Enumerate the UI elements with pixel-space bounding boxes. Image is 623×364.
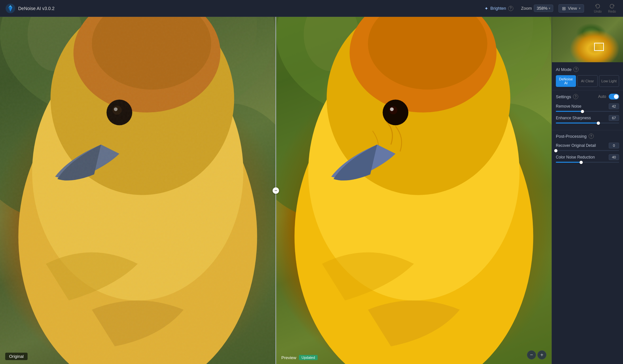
thumbnail-image [552, 17, 623, 62]
color-noise-value[interactable]: 40 [609, 154, 619, 160]
view-grid-icon: ⊞ [562, 6, 566, 11]
enhance-sharpness-fill [556, 123, 598, 123]
post-processing-header: Post-Processing ? [556, 134, 619, 139]
toggle-knob [614, 94, 618, 99]
svg-point-30 [390, 107, 394, 111]
color-noise-row: Color Noise Reduction 40 [556, 154, 619, 163]
star-icon: ✦ [484, 6, 488, 11]
preview-panel: Preview Updated − + [276, 17, 552, 364]
settings-label: Settings ? [556, 94, 578, 99]
preview-label-area: Preview Updated [281, 355, 318, 360]
ai-mode-help-icon[interactable]: ? [573, 67, 579, 72]
color-noise-label: Color Noise Reduction [556, 155, 595, 159]
settings-right: Auto [598, 94, 619, 100]
preview-image [276, 17, 552, 364]
ai-mode-section: AI Mode ? DeNoise AI AI Clear Low Light [552, 62, 623, 90]
header-actions: ✦ Brighten ? Zoom 358% ▾ ⊞ View ▾ Undo [482, 3, 618, 14]
brighten-button[interactable]: ✦ Brighten ? [482, 5, 516, 12]
undo-button[interactable]: Undo [592, 3, 604, 14]
tab-low-light[interactable]: Low Light [599, 75, 619, 87]
chevron-down-icon: ▾ [549, 6, 550, 10]
zoom-value-selector[interactable]: 358% ▾ [534, 5, 553, 12]
right-panel: AI Mode ? DeNoise AI AI Clear Low Light … [552, 17, 623, 364]
split-divider[interactable]: ⇔ [275, 17, 276, 364]
redo-icon [609, 3, 615, 9]
remove-noise-label: Remove Noise [556, 104, 581, 109]
undo-icon [595, 3, 601, 9]
post-processing-section: Post-Processing ? Recover Original Detai… [552, 130, 623, 169]
settings-help-icon[interactable]: ? [573, 94, 578, 99]
enhance-sharpness-slider[interactable] [556, 123, 619, 123]
undo-redo-controls: Undo Redo [592, 3, 618, 14]
image-area: Original ⇔ [0, 17, 552, 364]
post-processing-help-icon[interactable]: ? [589, 134, 594, 139]
zoom-controls-bottom: − + [527, 350, 546, 359]
recover-detail-label: Recover Original Detail [556, 143, 596, 148]
recover-detail-row: Recover Original Detail 0 [556, 143, 619, 151]
remove-noise-value[interactable]: 42 [609, 103, 619, 109]
color-noise-thumb [580, 161, 583, 164]
recover-detail-slider[interactable] [556, 150, 619, 151]
tab-ai-clear[interactable]: AI Clear [577, 75, 597, 87]
settings-header: Settings ? Auto [556, 94, 619, 100]
color-noise-fill [556, 162, 581, 163]
color-noise-slider[interactable] [556, 162, 619, 163]
enhance-sharpness-row: Enhance Sharpness 67 [556, 115, 619, 123]
ai-mode-tabs: DeNoise AI AI Clear Low Light [556, 75, 619, 87]
redo-button[interactable]: Redo [606, 3, 618, 14]
logo-area: DeNoise AI v3.0.2 [5, 3, 55, 14]
ai-mode-header: AI Mode ? [556, 67, 619, 72]
zoom-control: Zoom 358% ▾ [521, 5, 553, 12]
app-header: DeNoise AI v3.0.2 ✦ Brighten ? Zoom 358%… [0, 0, 623, 17]
enhance-sharpness-thumb [597, 122, 600, 125]
settings-section: Settings ? Auto Remove Noise 42 [552, 90, 623, 130]
settings-auto-toggle[interactable] [609, 94, 619, 100]
recover-detail-value[interactable]: 0 [609, 143, 619, 148]
main-area: Original ⇔ [0, 17, 623, 364]
original-panel: Original [0, 17, 276, 364]
tab-denoise-ai[interactable]: DeNoise AI [556, 75, 576, 87]
remove-noise-fill [556, 111, 582, 112]
enhance-sharpness-label: Enhance Sharpness [556, 116, 591, 120]
preview-bird-svg [276, 17, 552, 364]
app-logo-icon [5, 3, 16, 14]
color-noise-label-row: Color Noise Reduction 40 [556, 154, 619, 160]
split-handle[interactable]: ⇔ [273, 187, 279, 194]
split-container: Original ⇔ [0, 17, 552, 364]
enhance-sharpness-label-row: Enhance Sharpness 67 [556, 115, 619, 121]
recover-detail-thumb [554, 149, 557, 152]
remove-noise-label-row: Remove Noise 42 [556, 103, 619, 109]
recover-detail-label-row: Recover Original Detail 0 [556, 143, 619, 148]
view-button[interactable]: ⊞ View ▾ [558, 4, 584, 13]
original-image [0, 17, 275, 364]
remove-noise-slider[interactable] [556, 111, 619, 112]
svg-point-16 [114, 107, 117, 111]
view-chevron-icon: ▾ [579, 6, 580, 10]
original-bird-svg [0, 17, 275, 364]
enhance-sharpness-value[interactable]: 67 [609, 115, 619, 121]
updated-badge: Updated [299, 355, 318, 360]
thumbnail-area [552, 17, 623, 62]
remove-noise-thumb [581, 110, 584, 113]
original-label: Original [5, 353, 28, 360]
brighten-help-icon[interactable]: ? [508, 6, 513, 11]
remove-noise-row: Remove Noise 42 [556, 103, 619, 112]
zoom-in-button[interactable]: + [537, 350, 546, 359]
zoom-out-button[interactable]: − [527, 350, 536, 359]
app-title: DeNoise AI v3.0.2 [18, 6, 55, 11]
